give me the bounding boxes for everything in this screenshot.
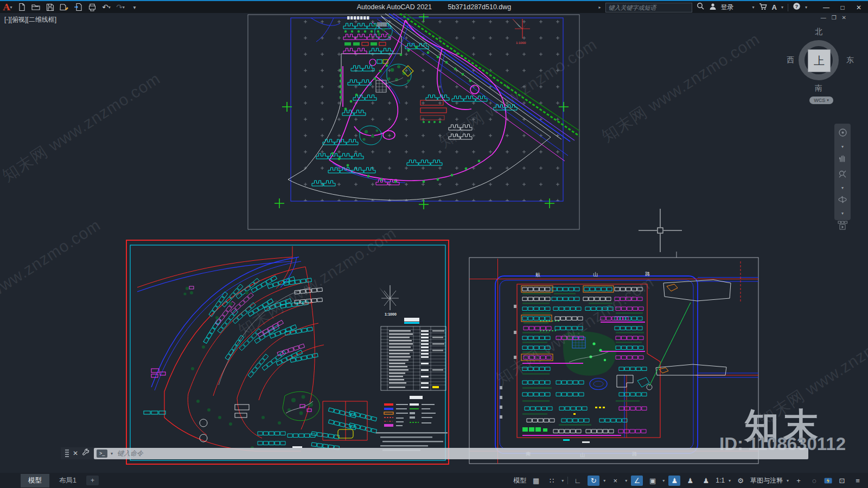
snap-icon[interactable]: ∷ — [546, 476, 558, 486]
close-button[interactable]: ✕ — [853, 4, 865, 11]
new-file-icon[interactable] — [16, 2, 27, 12]
print-icon[interactable] — [87, 2, 98, 12]
performance-icon[interactable] — [824, 477, 832, 484]
svg-text:路: 路 — [645, 271, 650, 277]
svg-text:山: 山 — [593, 272, 598, 277]
autocad-logo-icon[interactable]: A▾ — [2, 2, 13, 12]
open-file-icon[interactable] — [30, 2, 41, 12]
document-name: 5b371d287d510.dwg — [448, 3, 512, 11]
app-store-caret-icon[interactable]: ▾ — [781, 5, 783, 10]
search-input[interactable] — [605, 3, 692, 12]
clean-screen-icon[interactable]: ⊡ — [836, 476, 848, 486]
wcs-dropdown[interactable]: WCS ▾ — [809, 97, 833, 104]
login-caret-icon[interactable]: ▾ — [752, 5, 755, 10]
current-space-label[interactable]: 模型 — [513, 476, 526, 485]
pan-hand-icon[interactable] — [838, 154, 847, 165]
maximize-button[interactable]: □ — [837, 4, 848, 11]
viewcube-north[interactable]: 北 — [815, 27, 822, 37]
model-space-canvas[interactable]: 1:1000 — [0, 13, 868, 473]
snap-caret-icon[interactable]: ▾ — [561, 478, 564, 483]
customize-qat-icon[interactable]: ▾ — [129, 2, 140, 12]
add-layout-button[interactable]: + — [86, 476, 99, 485]
annotation-scale-value[interactable]: 1:1 — [716, 477, 725, 484]
site-plan-1: 1:1000 — [247, 14, 580, 230]
command-input-area[interactable]: >_ ▾ — [94, 448, 808, 459]
help-caret-icon[interactable]: ▾ — [805, 5, 807, 10]
showmotion-icon[interactable] — [838, 221, 847, 232]
zoom-icon[interactable] — [838, 170, 847, 181]
plus-icon[interactable]: + — [793, 476, 805, 486]
app-title: Autodesk AutoCAD 2021 — [357, 3, 432, 11]
steering-wheel-icon[interactable] — [838, 128, 847, 139]
workspace-name[interactable]: 草图与注释 — [750, 476, 783, 485]
tab-layout1[interactable]: 布局1 — [52, 474, 84, 487]
autoscale-icon[interactable]: ♟ — [684, 476, 696, 486]
divider — [788, 4, 788, 11]
save-icon[interactable] — [44, 2, 55, 12]
wcs-label: WCS — [814, 98, 825, 103]
quick-access-toolbar: A▾ ↶▾ ↷▾ ▾ — [0, 2, 140, 12]
viewcube-west[interactable]: 西 — [787, 55, 794, 65]
titlebar-right: ▸ 登录 ▾ A ▾ ? ▾ — □ ✕ — [599, 2, 868, 12]
layout-tabs: 模型 布局1 + — [0, 473, 99, 488]
watermark-tile: 知末网 www.znzmo.com — [0, 68, 165, 187]
command-history-caret-icon[interactable]: ▾ — [111, 451, 113, 456]
undo-icon[interactable]: ↶▾ — [101, 2, 112, 12]
app-store-icon[interactable]: A — [772, 3, 777, 11]
navbar-caret-icon[interactable]: ▾ — [841, 185, 844, 190]
autocad-window: A▾ ↶▾ ↷▾ ▾ Autodesk AutoCAD 2021 5b371d2… — [0, 0, 868, 488]
otrack-icon[interactable]: ∠ — [631, 476, 643, 486]
command-line-bar: ✕ >_ ▾ — [61, 447, 808, 459]
viewcube-top-face[interactable]: 上 — [808, 49, 831, 72]
isodraft-caret-icon[interactable]: ▾ — [625, 478, 627, 483]
doc-close-icon[interactable]: ✕ — [842, 15, 846, 21]
redo-icon[interactable]: ↷▾ — [115, 2, 126, 12]
doc-minimize-icon[interactable]: — — [821, 15, 826, 21]
command-line-tools: ✕ — [61, 447, 94, 459]
help-icon[interactable]: ? — [793, 2, 801, 12]
svg-text:1:1000: 1:1000 — [516, 41, 526, 44]
save-as-icon[interactable] — [59, 2, 69, 12]
viewcube-south[interactable]: 南 — [815, 84, 822, 93]
annotation-visibility-icon[interactable]: ♟ — [668, 476, 680, 486]
north-compass-plan2: 1:1000 — [379, 285, 399, 316]
doc-restore-icon[interactable]: ❐ — [832, 15, 837, 21]
customize-menu-icon[interactable]: ≡ — [852, 476, 864, 486]
workspace-gear-icon[interactable]: ⚙ — [735, 476, 746, 486]
viewcube-east[interactable]: 东 — [846, 55, 854, 65]
close-command-line-icon[interactable]: ✕ — [73, 450, 78, 457]
polar-tracking-icon[interactable]: ↻ — [588, 476, 599, 486]
ortho-icon[interactable]: ∟ — [572, 476, 584, 486]
viewcube[interactable]: 北 南 西 东 上 WCS ▾ — [786, 27, 856, 119]
navbar-caret-icon[interactable]: ▾ — [841, 211, 844, 216]
minimize-button[interactable]: — — [820, 4, 832, 11]
watermark-tile: 知末网 www.znzmo.com — [0, 214, 105, 333]
watermark-tile: 知末网 www.znzmo.com — [755, 312, 868, 431]
cart-icon[interactable] — [759, 3, 768, 12]
workspace-caret-icon[interactable]: ▾ — [787, 478, 789, 483]
svg-text:?: ? — [795, 3, 799, 9]
area-schedule-table — [381, 318, 446, 390]
isodraft-icon[interactable]: × — [609, 476, 621, 486]
navbar-caret-icon[interactable]: ▾ — [841, 144, 844, 149]
drag-handle-icon[interactable] — [65, 450, 69, 457]
viewport-controls-label[interactable]: [-][俯视][二维线框] — [4, 15, 56, 24]
command-prompt-icon[interactable]: >_ — [97, 450, 107, 458]
customize-wrench-icon[interactable] — [82, 448, 90, 458]
annotation-people-icon[interactable]: ♟ — [700, 476, 712, 486]
search-icon[interactable] — [697, 2, 705, 12]
export-page-icon[interactable] — [73, 2, 84, 12]
user-icon[interactable] — [709, 3, 717, 12]
orbit-icon[interactable] — [838, 195, 847, 206]
polar-caret-icon[interactable]: ▾ — [603, 478, 605, 483]
crosshair-cursor — [633, 203, 687, 258]
login-label[interactable]: 登录 — [721, 3, 734, 12]
command-input[interactable] — [116, 449, 808, 458]
isolate-objects-icon[interactable]: ◌ — [808, 476, 820, 486]
osnap-icon[interactable]: ▣ — [647, 476, 659, 486]
osnap-caret-icon[interactable]: ▾ — [662, 478, 665, 483]
grid-icon[interactable]: ▦ — [530, 476, 542, 486]
annotation-scale-caret-icon[interactable]: ▾ — [729, 478, 731, 483]
tab-model[interactable]: 模型 — [21, 474, 49, 487]
infocenter-expand-icon[interactable]: ▸ — [599, 5, 601, 10]
